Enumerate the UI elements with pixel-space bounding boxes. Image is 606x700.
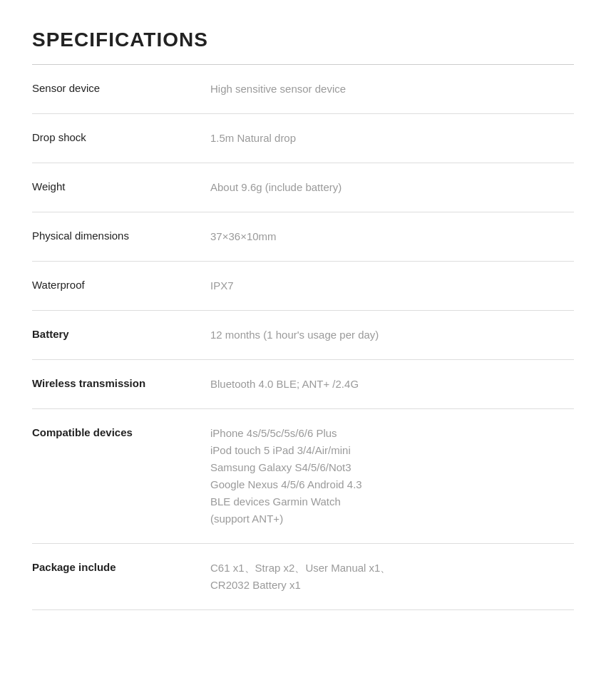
page-title: SPECIFICATIONS (32, 29, 574, 51)
spec-value-line: iPhone 4s/5/5c/5s/6/6 Plus (210, 425, 574, 442)
spec-value-weight: About 9.6g (include battery) (210, 179, 574, 196)
spec-label-drop-shock: Drop shock (32, 130, 210, 146)
spec-label-battery: Battery (32, 326, 210, 343)
spec-row-waterproof: WaterproofIPX7 (32, 262, 574, 311)
spec-value-line: iPod touch 5 iPad 3/4/Air/mini (210, 442, 574, 459)
spec-label-compatible-devices: Compatible devices (32, 425, 210, 441)
spec-label-physical-dimensions: Physical dimensions (32, 228, 210, 245)
spec-value-line: (support ANT+) (210, 510, 574, 527)
spec-row-compatible-devices: Compatible devicesiPhone 4s/5/5c/5s/6/6 … (32, 409, 574, 544)
spec-label-waterproof: Waterproof (32, 277, 210, 294)
spec-value-compatible-devices: iPhone 4s/5/5c/5s/6/6 PlusiPod touch 5 i… (210, 425, 574, 527)
spec-value-line: 1.5m Natural drop (210, 130, 574, 147)
spec-row-physical-dimensions: Physical dimensions37×36×10mm (32, 212, 574, 262)
spec-value-line: High sensitive sensor device (210, 81, 574, 98)
spec-value-line: C61 x1、Strap x2、User Manual x1、 (210, 560, 574, 577)
spec-row-weight: WeightAbout 9.6g (include battery) (32, 163, 574, 212)
spec-value-drop-shock: 1.5m Natural drop (210, 130, 574, 147)
spec-value-waterproof: IPX7 (210, 277, 574, 294)
spec-label-sensor-device: Sensor device (32, 81, 210, 97)
spec-value-battery: 12 months (1 hour's usage per day) (210, 326, 574, 344)
spec-value-physical-dimensions: 37×36×10mm (210, 228, 574, 245)
spec-row-battery: Battery12 months (1 hour's usage per day… (32, 311, 574, 360)
spec-value-line: Google Nexus 4/5/6 Android 4.3 (210, 476, 574, 493)
spec-value-line: CR2032 Battery x1 (210, 577, 574, 594)
spec-value-package-include: C61 x1、Strap x2、User Manual x1、CR2032 Ba… (210, 560, 574, 594)
spec-row-package-include: Package includeC61 x1、Strap x2、User Manu… (32, 544, 574, 610)
spec-row-wireless-transmission: Wireless transmissionBluetooth 4.0 BLE; … (32, 360, 574, 409)
spec-value-line: Samsung Galaxy S4/5/6/Not3 (210, 459, 574, 476)
spec-label-package-include: Package include (32, 560, 210, 576)
spec-value-sensor-device: High sensitive sensor device (210, 81, 574, 98)
spec-value-line: About 9.6g (include battery) (210, 179, 574, 196)
spec-label-weight: Weight (32, 179, 210, 195)
spec-value-line: IPX7 (210, 277, 574, 294)
spec-value-line: Bluetooth 4.0 BLE; ANT+ /2.4G (210, 376, 574, 393)
spec-value-wireless-transmission: Bluetooth 4.0 BLE; ANT+ /2.4G (210, 376, 574, 393)
spec-value-line: BLE devices Garmin Watch (210, 493, 574, 510)
spec-label-wireless-transmission: Wireless transmission (32, 376, 210, 392)
spec-value-line: 12 months (1 hour's usage per day) (210, 326, 574, 344)
spec-table: Sensor deviceHigh sensitive sensor devic… (32, 65, 574, 610)
spec-row-sensor-device: Sensor deviceHigh sensitive sensor devic… (32, 65, 574, 114)
spec-row-drop-shock: Drop shock1.5m Natural drop (32, 114, 574, 163)
spec-value-line: 37×36×10mm (210, 228, 574, 245)
